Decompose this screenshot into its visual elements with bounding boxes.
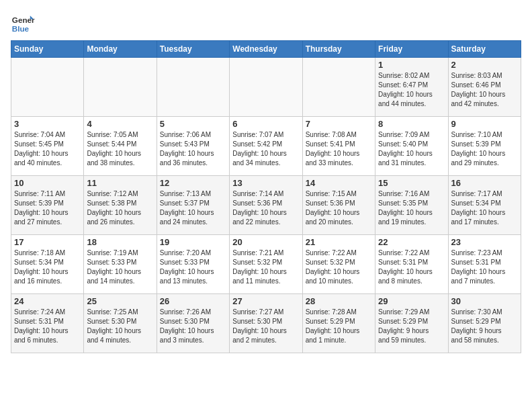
day-info: Sunrise: 7:09 AM Sunset: 5:40 PM Dayligh… bbox=[378, 131, 433, 167]
svg-text:General: General bbox=[12, 15, 35, 24]
day-number: 6 bbox=[232, 119, 299, 129]
svg-text:Blue: Blue bbox=[12, 24, 30, 33]
calendar-cell: 6Sunrise: 7:07 AM Sunset: 5:42 PM Daylig… bbox=[230, 117, 302, 176]
day-info: Sunrise: 7:08 AM Sunset: 5:41 PM Dayligh… bbox=[306, 131, 360, 167]
calendar-cell: 16Sunrise: 7:17 AM Sunset: 5:34 PM Dayli… bbox=[448, 176, 521, 235]
day-info: Sunrise: 7:06 AM Sunset: 5:43 PM Dayligh… bbox=[160, 131, 214, 167]
page-header: General Blue bbox=[11, 11, 521, 35]
calendar-cell: 12Sunrise: 7:13 AM Sunset: 5:37 PM Dayli… bbox=[157, 176, 229, 235]
day-number: 11 bbox=[87, 178, 153, 188]
day-info: Sunrise: 7:28 AM Sunset: 5:29 PM Dayligh… bbox=[306, 308, 360, 344]
calendar-cell: 14Sunrise: 7:15 AM Sunset: 5:36 PM Dayli… bbox=[302, 176, 375, 235]
weekday-header: Sunday bbox=[11, 41, 84, 58]
day-number: 30 bbox=[451, 296, 518, 306]
calendar-week-row: 24Sunrise: 7:24 AM Sunset: 5:31 PM Dayli… bbox=[11, 294, 521, 353]
day-number: 23 bbox=[451, 237, 518, 247]
day-info: Sunrise: 8:03 AM Sunset: 6:46 PM Dayligh… bbox=[451, 72, 506, 107]
day-number: 15 bbox=[378, 178, 445, 188]
day-number: 22 bbox=[378, 237, 445, 247]
calendar-cell: 10Sunrise: 7:11 AM Sunset: 5:39 PM Dayli… bbox=[11, 176, 84, 235]
weekday-header: Friday bbox=[375, 41, 448, 58]
day-number: 10 bbox=[14, 178, 81, 188]
day-info: Sunrise: 7:15 AM Sunset: 5:36 PM Dayligh… bbox=[306, 190, 360, 226]
calendar-cell: 21Sunrise: 7:22 AM Sunset: 5:32 PM Dayli… bbox=[302, 235, 375, 294]
calendar-cell: 11Sunrise: 7:12 AM Sunset: 5:38 PM Dayli… bbox=[84, 176, 157, 235]
calendar-cell: 15Sunrise: 7:16 AM Sunset: 5:35 PM Dayli… bbox=[375, 176, 448, 235]
calendar-week-row: 17Sunrise: 7:18 AM Sunset: 5:34 PM Dayli… bbox=[11, 235, 521, 294]
day-info: Sunrise: 7:29 AM Sunset: 5:29 PM Dayligh… bbox=[378, 308, 429, 344]
day-info: Sunrise: 7:23 AM Sunset: 5:31 PM Dayligh… bbox=[451, 249, 506, 285]
day-number: 26 bbox=[160, 296, 226, 306]
day-number: 8 bbox=[378, 119, 445, 129]
calendar-body: 1Sunrise: 8:02 AM Sunset: 6:47 PM Daylig… bbox=[11, 58, 521, 353]
calendar-cell: 22Sunrise: 7:22 AM Sunset: 5:31 PM Dayli… bbox=[375, 235, 448, 294]
calendar-cell: 9Sunrise: 7:10 AM Sunset: 5:39 PM Daylig… bbox=[448, 117, 521, 176]
calendar-cell: 7Sunrise: 7:08 AM Sunset: 5:41 PM Daylig… bbox=[302, 117, 375, 176]
day-number: 1 bbox=[378, 60, 445, 70]
calendar-header-row: SundayMondayTuesdayWednesdayThursdayFrid… bbox=[11, 41, 521, 58]
day-info: Sunrise: 7:10 AM Sunset: 5:39 PM Dayligh… bbox=[451, 131, 506, 167]
day-info: Sunrise: 7:04 AM Sunset: 5:45 PM Dayligh… bbox=[14, 131, 69, 167]
calendar-cell: 20Sunrise: 7:21 AM Sunset: 5:32 PM Dayli… bbox=[230, 235, 302, 294]
calendar-cell: 1Sunrise: 8:02 AM Sunset: 6:47 PM Daylig… bbox=[375, 58, 448, 117]
calendar-cell: 19Sunrise: 7:20 AM Sunset: 5:33 PM Dayli… bbox=[157, 235, 229, 294]
day-number: 25 bbox=[87, 296, 153, 306]
day-number: 29 bbox=[378, 296, 445, 306]
day-number: 19 bbox=[160, 237, 226, 247]
day-info: Sunrise: 7:18 AM Sunset: 5:34 PM Dayligh… bbox=[14, 249, 69, 285]
day-number: 3 bbox=[14, 119, 81, 129]
calendar-cell: 5Sunrise: 7:06 AM Sunset: 5:43 PM Daylig… bbox=[157, 117, 229, 176]
calendar-cell: 29Sunrise: 7:29 AM Sunset: 5:29 PM Dayli… bbox=[375, 294, 448, 353]
day-info: Sunrise: 7:22 AM Sunset: 5:31 PM Dayligh… bbox=[378, 249, 433, 285]
calendar-cell bbox=[84, 58, 157, 117]
calendar-cell: 17Sunrise: 7:18 AM Sunset: 5:34 PM Dayli… bbox=[11, 235, 84, 294]
day-number: 27 bbox=[232, 296, 299, 306]
logo-icon: General Blue bbox=[11, 11, 35, 35]
day-info: Sunrise: 7:05 AM Sunset: 5:44 PM Dayligh… bbox=[87, 131, 141, 167]
day-info: Sunrise: 7:20 AM Sunset: 5:33 PM Dayligh… bbox=[160, 249, 214, 285]
day-info: Sunrise: 8:02 AM Sunset: 6:47 PM Dayligh… bbox=[378, 72, 433, 107]
calendar-cell: 2Sunrise: 8:03 AM Sunset: 6:46 PM Daylig… bbox=[448, 58, 521, 117]
calendar-week-row: 10Sunrise: 7:11 AM Sunset: 5:39 PM Dayli… bbox=[11, 176, 521, 235]
day-number: 2 bbox=[451, 60, 518, 70]
calendar-cell: 30Sunrise: 7:30 AM Sunset: 5:29 PM Dayli… bbox=[448, 294, 521, 353]
day-info: Sunrise: 7:24 AM Sunset: 5:31 PM Dayligh… bbox=[14, 308, 69, 344]
day-number: 28 bbox=[306, 296, 372, 306]
logo: General Blue bbox=[11, 11, 35, 35]
weekday-header: Wednesday bbox=[230, 41, 302, 58]
weekday-header: Monday bbox=[84, 41, 157, 58]
day-info: Sunrise: 7:21 AM Sunset: 5:32 PM Dayligh… bbox=[232, 249, 287, 285]
calendar-cell bbox=[11, 58, 84, 117]
day-info: Sunrise: 7:19 AM Sunset: 5:33 PM Dayligh… bbox=[87, 249, 141, 285]
calendar-cell bbox=[302, 58, 375, 117]
day-number: 18 bbox=[87, 237, 153, 247]
day-number: 12 bbox=[160, 178, 226, 188]
day-info: Sunrise: 7:16 AM Sunset: 5:35 PM Dayligh… bbox=[378, 190, 433, 226]
calendar-cell: 13Sunrise: 7:14 AM Sunset: 5:36 PM Dayli… bbox=[230, 176, 302, 235]
day-info: Sunrise: 7:12 AM Sunset: 5:38 PM Dayligh… bbox=[87, 190, 141, 226]
day-info: Sunrise: 7:30 AM Sunset: 5:29 PM Dayligh… bbox=[451, 308, 502, 344]
weekday-header: Tuesday bbox=[157, 41, 229, 58]
day-number: 21 bbox=[306, 237, 372, 247]
calendar-cell: 27Sunrise: 7:27 AM Sunset: 5:30 PM Dayli… bbox=[230, 294, 302, 353]
day-info: Sunrise: 7:25 AM Sunset: 5:30 PM Dayligh… bbox=[87, 308, 141, 344]
calendar-cell: 8Sunrise: 7:09 AM Sunset: 5:40 PM Daylig… bbox=[375, 117, 448, 176]
calendar-cell: 4Sunrise: 7:05 AM Sunset: 5:44 PM Daylig… bbox=[84, 117, 157, 176]
day-number: 16 bbox=[451, 178, 518, 188]
day-info: Sunrise: 7:13 AM Sunset: 5:37 PM Dayligh… bbox=[160, 190, 214, 226]
day-number: 5 bbox=[160, 119, 226, 129]
day-info: Sunrise: 7:27 AM Sunset: 5:30 PM Dayligh… bbox=[232, 308, 287, 344]
calendar-cell bbox=[157, 58, 229, 117]
calendar-week-row: 1Sunrise: 8:02 AM Sunset: 6:47 PM Daylig… bbox=[11, 58, 521, 117]
calendar-cell: 18Sunrise: 7:19 AM Sunset: 5:33 PM Dayli… bbox=[84, 235, 157, 294]
day-info: Sunrise: 7:14 AM Sunset: 5:36 PM Dayligh… bbox=[232, 190, 287, 226]
day-number: 17 bbox=[14, 237, 81, 247]
calendar-cell: 23Sunrise: 7:23 AM Sunset: 5:31 PM Dayli… bbox=[448, 235, 521, 294]
calendar-cell bbox=[230, 58, 302, 117]
day-info: Sunrise: 7:26 AM Sunset: 5:30 PM Dayligh… bbox=[160, 308, 214, 344]
weekday-header: Thursday bbox=[302, 41, 375, 58]
day-number: 4 bbox=[87, 119, 153, 129]
day-number: 14 bbox=[306, 178, 372, 188]
day-number: 9 bbox=[451, 119, 518, 129]
calendar-cell: 26Sunrise: 7:26 AM Sunset: 5:30 PM Dayli… bbox=[157, 294, 229, 353]
